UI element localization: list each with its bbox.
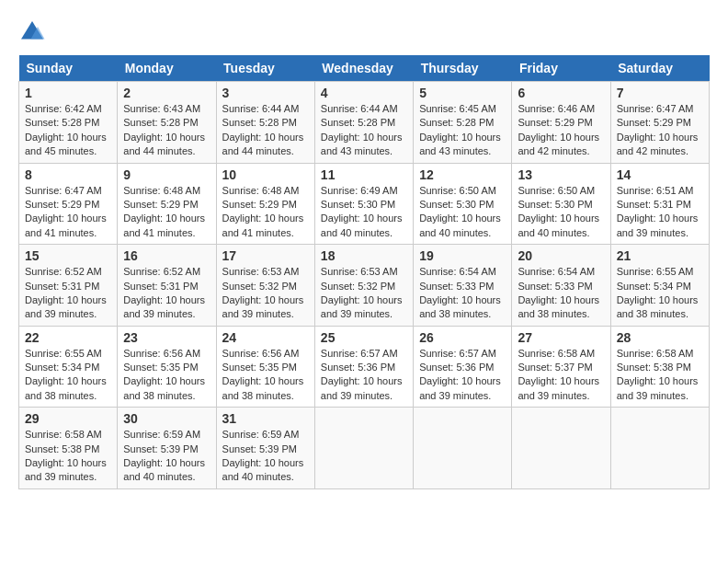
day-number: 18 <box>321 248 407 263</box>
day-info: and 41 minutes. <box>25 226 111 240</box>
calendar-cell: 31Sunrise: 6:59 AMSunset: 5:39 PMDayligh… <box>216 408 314 489</box>
day-number: 5 <box>419 86 506 100</box>
day-info: and 39 minutes. <box>518 389 604 403</box>
day-info: Daylight: 10 hours <box>419 212 506 225</box>
day-info: and 39 minutes. <box>222 307 309 321</box>
day-info: Sunrise: 6:52 AM <box>25 265 111 279</box>
day-info: Sunrise: 6:58 AM <box>25 428 111 442</box>
day-info: and 40 minutes. <box>321 226 407 240</box>
calendar-cell: 25Sunrise: 6:57 AMSunset: 5:36 PMDayligh… <box>314 326 413 408</box>
day-info: and 40 minutes. <box>123 470 210 484</box>
day-info: Sunset: 5:32 PM <box>222 280 309 293</box>
day-info: Sunset: 5:33 PM <box>419 280 506 293</box>
day-info: Sunset: 5:33 PM <box>518 280 604 293</box>
day-info: Sunrise: 6:58 AM <box>518 347 604 361</box>
day-info: and 45 minutes. <box>25 144 111 158</box>
day-info: Sunrise: 6:50 AM <box>419 184 506 198</box>
day-info: Sunset: 5:29 PM <box>518 116 604 130</box>
calendar-cell <box>414 408 512 489</box>
day-info: Daylight: 10 hours <box>617 293 703 307</box>
day-number: 22 <box>25 330 111 345</box>
day-info: Daylight: 10 hours <box>222 293 309 307</box>
day-info: Sunrise: 6:59 AM <box>123 428 210 442</box>
day-info: Sunrise: 6:42 AM <box>25 102 111 116</box>
day-info: Daylight: 10 hours <box>518 212 604 225</box>
logo <box>18 18 50 46</box>
day-info: Daylight: 10 hours <box>617 131 703 144</box>
day-info: and 38 minutes. <box>419 307 506 321</box>
day-info: and 38 minutes. <box>123 389 210 403</box>
day-number: 6 <box>518 86 604 100</box>
calendar-table: SundayMondayTuesdayWednesdayThursdayFrid… <box>18 55 710 489</box>
col-header-wednesday: Wednesday <box>314 55 413 82</box>
day-info: Daylight: 10 hours <box>222 456 309 470</box>
calendar-cell: 10Sunrise: 6:48 AMSunset: 5:29 PMDayligh… <box>216 163 314 245</box>
day-info: Daylight: 10 hours <box>222 212 309 225</box>
day-info: Sunrise: 6:48 AM <box>222 184 309 198</box>
day-info: and 42 minutes. <box>617 144 703 158</box>
day-info: Sunrise: 6:43 AM <box>123 102 210 116</box>
day-info: Sunrise: 6:47 AM <box>25 184 111 198</box>
calendar-cell: 3Sunrise: 6:44 AMSunset: 5:28 PMDaylight… <box>216 82 314 164</box>
day-number: 1 <box>25 86 111 100</box>
day-info: and 38 minutes. <box>222 389 309 403</box>
day-number: 31 <box>222 411 309 426</box>
day-info: Sunrise: 6:56 AM <box>123 347 210 361</box>
day-info: and 39 minutes. <box>321 389 407 403</box>
day-info: Daylight: 10 hours <box>25 374 111 388</box>
calendar-cell: 5Sunrise: 6:45 AMSunset: 5:28 PMDaylight… <box>414 82 512 164</box>
calendar-cell <box>610 408 709 489</box>
day-info: Daylight: 10 hours <box>419 293 506 307</box>
calendar-cell: 27Sunrise: 6:58 AMSunset: 5:37 PMDayligh… <box>512 326 610 408</box>
header-row: SundayMondayTuesdayWednesdayThursdayFrid… <box>19 55 710 82</box>
day-number: 12 <box>419 167 506 182</box>
day-info: Sunrise: 6:44 AM <box>321 102 407 116</box>
day-info: Daylight: 10 hours <box>25 456 111 470</box>
calendar-cell: 29Sunrise: 6:58 AMSunset: 5:38 PMDayligh… <box>19 408 118 489</box>
day-info: Sunrise: 6:48 AM <box>123 184 210 198</box>
day-info: Daylight: 10 hours <box>617 212 703 225</box>
day-number: 20 <box>518 248 604 263</box>
day-info: Sunset: 5:30 PM <box>518 198 604 212</box>
day-info: Sunrise: 6:59 AM <box>222 428 309 442</box>
calendar-cell: 11Sunrise: 6:49 AMSunset: 5:30 PMDayligh… <box>314 163 413 245</box>
day-number: 8 <box>25 167 111 182</box>
day-info: Sunrise: 6:57 AM <box>321 347 407 361</box>
day-number: 27 <box>518 330 604 345</box>
day-info: Sunrise: 6:55 AM <box>25 347 111 361</box>
day-number: 14 <box>617 167 703 182</box>
day-info: Sunrise: 6:45 AM <box>419 102 506 116</box>
day-number: 26 <box>419 330 506 345</box>
calendar-cell: 14Sunrise: 6:51 AMSunset: 5:31 PMDayligh… <box>610 163 709 245</box>
day-info: Daylight: 10 hours <box>123 131 210 144</box>
day-info: and 38 minutes. <box>518 307 604 321</box>
day-info: Sunset: 5:35 PM <box>222 361 309 374</box>
day-info: Sunset: 5:39 PM <box>123 442 210 456</box>
day-number: 13 <box>518 167 604 182</box>
day-info: and 43 minutes. <box>419 144 506 158</box>
day-info: Sunrise: 6:58 AM <box>617 347 703 361</box>
day-info: Sunset: 5:36 PM <box>419 361 506 374</box>
calendar-cell: 6Sunrise: 6:46 AMSunset: 5:29 PMDaylight… <box>512 82 610 164</box>
day-info: and 39 minutes. <box>321 307 407 321</box>
day-info: Sunrise: 6:57 AM <box>419 347 506 361</box>
col-header-tuesday: Tuesday <box>216 55 314 82</box>
day-info: Sunset: 5:29 PM <box>25 198 111 212</box>
col-header-saturday: Saturday <box>610 55 709 82</box>
day-info: and 41 minutes. <box>123 226 210 240</box>
day-info: Sunrise: 6:54 AM <box>419 265 506 279</box>
calendar-cell: 28Sunrise: 6:58 AMSunset: 5:38 PMDayligh… <box>610 326 709 408</box>
day-info: Sunset: 5:29 PM <box>222 198 309 212</box>
week-row-5: 29Sunrise: 6:58 AMSunset: 5:38 PMDayligh… <box>19 408 710 489</box>
day-number: 17 <box>222 248 309 263</box>
day-info: Sunrise: 6:52 AM <box>123 265 210 279</box>
day-number: 9 <box>123 167 210 182</box>
day-info: Daylight: 10 hours <box>25 212 111 225</box>
day-info: Sunset: 5:29 PM <box>617 116 703 130</box>
calendar-cell: 15Sunrise: 6:52 AMSunset: 5:31 PMDayligh… <box>19 245 118 327</box>
calendar-cell <box>314 408 413 489</box>
day-info: Sunset: 5:28 PM <box>222 116 309 130</box>
day-info: Daylight: 10 hours <box>123 456 210 470</box>
day-info: Sunset: 5:28 PM <box>123 116 210 130</box>
calendar-cell: 21Sunrise: 6:55 AMSunset: 5:34 PMDayligh… <box>610 245 709 327</box>
